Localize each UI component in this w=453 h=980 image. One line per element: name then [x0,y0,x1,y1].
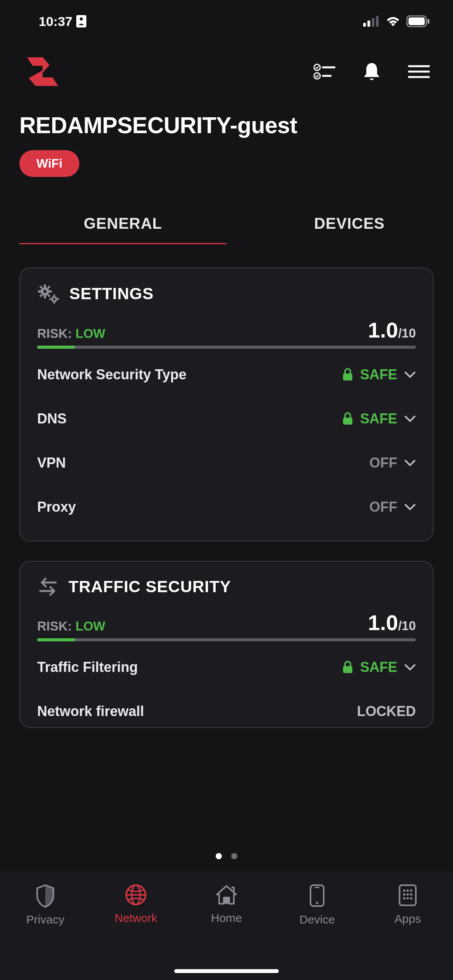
nav-device[interactable]: Device [272,884,362,926]
settings-card-header: SETTINGS [37,284,416,304]
row-label: Traffic Filtering [37,659,138,675]
svg-rect-5 [376,16,379,27]
svg-point-50 [407,897,409,899]
svg-point-47 [407,893,409,896]
row-dns[interactable]: DNS SAFE [37,397,416,441]
chevron-down-icon [404,415,416,422]
nav-network[interactable]: Network [91,884,181,925]
nav-label: Device [299,913,335,926]
header-actions [314,62,434,82]
svg-rect-30 [57,298,59,300]
settings-risk-level: LOW [76,326,105,341]
network-name: REDAMPSECURITY-guest [19,112,434,139]
svg-point-49 [403,897,405,899]
svg-rect-8 [427,19,429,24]
gears-icon [37,284,60,304]
status-icons [363,15,430,27]
checklist-icon[interactable] [314,63,335,80]
svg-point-43 [403,889,405,892]
settings-risk-label: RISK: LOW [37,326,105,341]
chevron-down-icon [404,504,416,511]
status-bar: 10:37 [0,0,453,43]
row-label: DNS [37,411,67,427]
nav-home[interactable]: Home [181,884,272,925]
traffic-title: TRAFFIC SECURITY [69,577,231,596]
settings-progress-fill [37,346,75,349]
status-time-text: 10:37 [39,14,72,29]
svg-rect-18 [44,295,46,298]
settings-risk-score: 1.0/10 [368,319,416,341]
tab-devices[interactable]: DEVICES [246,204,453,244]
row-proxy[interactable]: Proxy OFF [37,485,416,529]
row-value: SAFE [342,367,416,383]
settings-card: SETTINGS RISK: LOW 1.0/10 Network Securi… [19,267,434,541]
svg-point-1 [80,17,83,21]
row-label: Proxy [37,499,76,515]
row-vpn[interactable]: VPN OFF [37,441,416,485]
row-label: Network Security Type [37,367,186,383]
traffic-card-header: TRAFFIC SECURITY [37,577,416,596]
svg-rect-29 [49,298,51,300]
svg-rect-27 [53,294,55,296]
transfer-icon [37,577,59,596]
svg-rect-0 [76,15,86,27]
svg-point-45 [410,889,412,892]
row-label: Network firewall [37,703,144,720]
nav-label: Privacy [26,913,64,926]
traffic-progress-fill [37,638,75,641]
chevron-down-icon [404,371,416,378]
svg-point-40 [316,902,318,904]
svg-rect-34 [343,666,352,673]
wifi-badge: WiFi [19,150,79,177]
shield-icon [35,884,56,908]
cellular-icon [363,16,379,27]
row-network-firewall[interactable]: Network firewall LOCKED [37,689,416,723]
bell-icon[interactable] [362,62,381,82]
svg-point-44 [407,889,409,892]
page-dot-1[interactable] [231,853,237,859]
svg-rect-32 [343,373,352,380]
row-traffic-filtering[interactable]: Traffic Filtering SAFE [37,645,416,689]
svg-rect-28 [53,302,55,304]
wifi-icon [385,15,401,27]
hamburger-icon[interactable] [408,64,430,79]
lock-icon [342,661,353,674]
device-icon [309,884,325,908]
row-value: SAFE [342,411,416,427]
app-header [0,43,453,101]
lock-icon [342,368,353,381]
badge-icon [76,15,86,27]
traffic-risk-label: RISK: LOW [37,619,105,634]
traffic-risk-level: LOW [76,619,105,633]
svg-rect-19 [38,290,41,293]
tab-general[interactable]: GENERAL [19,204,226,244]
row-label: VPN [37,455,66,471]
nav-label: Network [115,911,157,925]
tab-bar: GENERAL DEVICES [0,204,453,244]
home-indicator[interactable] [174,969,279,973]
nav-apps[interactable]: Apps [362,884,453,925]
row-value: OFF [369,499,416,515]
chevron-down-icon [404,664,416,671]
row-network-security-type[interactable]: Network Security Type SAFE [37,353,416,397]
svg-point-25 [43,290,46,293]
apps-icon [398,884,417,907]
nav-label: Home [211,911,242,925]
svg-point-31 [53,298,55,300]
traffic-card: TRAFFIC SECURITY RISK: LOW 1.0/10 Traffi… [19,561,434,728]
pagination-dots[interactable] [0,853,453,859]
lock-icon [342,412,353,425]
network-title-section: REDAMPSECURITY-guest WiFi [0,101,453,185]
page-dot-0[interactable] [216,853,222,859]
svg-rect-3 [367,21,370,27]
nav-privacy[interactable]: Privacy [0,884,91,926]
battery-icon [407,15,430,27]
settings-risk-row: RISK: LOW 1.0/10 [37,319,416,341]
home-icon [214,884,239,906]
row-value: LOCKED [357,703,416,720]
settings-title: SETTINGS [69,284,154,303]
traffic-risk-row: RISK: LOW 1.0/10 [37,612,416,634]
svg-rect-2 [363,23,366,27]
svg-point-48 [410,893,412,896]
svg-rect-7 [408,17,425,25]
